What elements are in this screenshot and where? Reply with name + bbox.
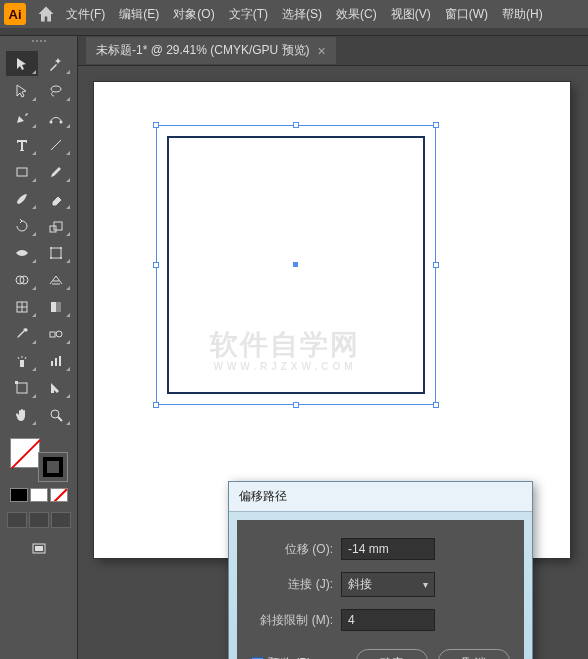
pen-tool[interactable] [6, 105, 38, 130]
offset-input[interactable] [341, 538, 435, 560]
chevron-down-icon: ▾ [423, 579, 428, 590]
draw-normal-icon[interactable] [7, 512, 27, 528]
line-tool[interactable] [40, 132, 72, 157]
selection-tool[interactable] [6, 51, 38, 76]
watermark-main: 软件自学网 [210, 329, 360, 360]
magic-wand-tool[interactable] [40, 51, 72, 76]
watermark-sub: WWW.RJZXW.COM [210, 361, 360, 372]
join-select-value: 斜接 [348, 576, 372, 593]
menu-object[interactable]: 对象(O) [173, 6, 214, 23]
fill-stroke-control[interactable] [10, 438, 68, 482]
watermark: 软件自学网 WWW.RJZXW.COM [210, 330, 360, 372]
close-icon[interactable]: × [318, 44, 326, 58]
handle-bottom-left[interactable] [153, 402, 159, 408]
center-point-icon [293, 262, 298, 267]
menu-help[interactable]: 帮助(H) [502, 6, 543, 23]
pencil-tool[interactable] [40, 159, 72, 184]
eraser-tool[interactable] [40, 186, 72, 211]
menu-view[interactable]: 视图(V) [391, 6, 431, 23]
preview-label: 预览 (P) [268, 655, 311, 659]
direct-selection-tool[interactable] [6, 78, 38, 103]
svg-rect-12 [51, 248, 61, 258]
svg-rect-4 [20, 360, 24, 367]
svg-rect-26 [35, 546, 43, 551]
home-icon[interactable] [36, 4, 56, 24]
offset-label: 位移 (O): [251, 541, 341, 558]
handle-bottom-right[interactable] [433, 402, 439, 408]
shape-builder-tool[interactable] [6, 267, 38, 292]
svg-rect-10 [50, 226, 56, 232]
curvature-tool[interactable] [40, 105, 72, 130]
svg-rect-21 [51, 361, 53, 366]
svg-point-14 [60, 247, 62, 249]
screen-mode-row [7, 512, 71, 528]
handle-top-left[interactable] [153, 122, 159, 128]
menu-edit[interactable]: 编辑(E) [119, 6, 159, 23]
cancel-button[interactable]: 取消 [438, 649, 510, 659]
gradient-fill-icon[interactable] [30, 488, 48, 502]
svg-point-24 [51, 410, 59, 418]
free-transform-tool[interactable] [40, 240, 72, 265]
main-menu: 文件(F) 编辑(E) 对象(O) 文字(T) 选择(S) 效果(C) 视图(V… [66, 6, 543, 23]
join-label: 连接 (J): [251, 576, 341, 593]
eyedropper-tool[interactable] [6, 321, 38, 346]
panel-grip[interactable] [9, 40, 69, 46]
draw-behind-icon[interactable] [29, 512, 49, 528]
svg-point-13 [50, 247, 52, 249]
svg-point-8 [49, 120, 52, 123]
paintbrush-tool[interactable] [6, 186, 38, 211]
svg-point-16 [60, 257, 62, 259]
color-fill-icon[interactable] [10, 488, 28, 502]
svg-rect-18 [51, 302, 56, 312]
type-tool[interactable] [6, 132, 38, 157]
handle-bottom-mid[interactable] [293, 402, 299, 408]
menu-window[interactable]: 窗口(W) [445, 6, 488, 23]
perspective-grid-tool[interactable] [40, 267, 72, 292]
menu-type[interactable]: 文字(T) [229, 6, 268, 23]
symbol-sprayer-tool[interactable] [6, 348, 38, 373]
stroke-swatch[interactable] [38, 452, 68, 482]
ok-button[interactable]: 确定 [356, 649, 428, 659]
fill-swatch[interactable] [10, 438, 40, 468]
join-select[interactable]: 斜接 ▾ [341, 572, 435, 597]
zoom-tool[interactable] [40, 402, 72, 427]
menu-file[interactable]: 文件(F) [66, 6, 105, 23]
canvas[interactable]: 软件自学网 WWW.RJZXW.COM 偏移路径 位移 (O): 连接 (J):… [78, 66, 588, 659]
gradient-tool[interactable] [40, 294, 72, 319]
document-tab-label: 未标题-1* @ 29.41% (CMYK/GPU 预览) [96, 42, 310, 59]
miter-limit-input[interactable] [341, 609, 435, 631]
draw-inside-icon[interactable] [51, 512, 71, 528]
lasso-tool[interactable] [40, 78, 72, 103]
blend-tool[interactable] [40, 321, 72, 346]
document-tab-bar: 未标题-1* @ 29.41% (CMYK/GPU 预览) × [78, 36, 588, 66]
rotate-tool[interactable] [6, 213, 38, 238]
scale-tool[interactable] [40, 213, 72, 238]
artboard-tool[interactable] [6, 375, 38, 400]
svg-point-20 [56, 331, 62, 337]
slice-tool[interactable] [40, 375, 72, 400]
menu-effect[interactable]: 效果(C) [336, 6, 377, 23]
dialog-title: 偏移路径 [229, 482, 532, 512]
hand-tool[interactable] [6, 402, 38, 427]
svg-point-15 [50, 257, 52, 259]
rectangle-tool[interactable] [6, 159, 38, 184]
none-fill-icon[interactable] [50, 488, 68, 502]
handle-top-right[interactable] [433, 122, 439, 128]
width-tool[interactable] [6, 240, 38, 265]
control-bar [0, 28, 588, 36]
handle-top-mid[interactable] [293, 122, 299, 128]
handle-mid-right[interactable] [433, 262, 439, 268]
miter-limit-label: 斜接限制 (M): [251, 612, 341, 629]
mesh-tool[interactable] [6, 294, 38, 319]
svg-point-9 [59, 120, 62, 123]
svg-rect-23 [59, 356, 61, 366]
app-icon[interactable]: Ai [4, 3, 26, 25]
document-tab[interactable]: 未标题-1* @ 29.41% (CMYK/GPU 预览) × [86, 37, 336, 64]
screen-mode-button[interactable] [23, 536, 55, 561]
handle-mid-left[interactable] [153, 262, 159, 268]
column-graph-tool[interactable] [40, 348, 72, 373]
color-mode-row [10, 488, 68, 502]
menu-select[interactable]: 选择(S) [282, 6, 322, 23]
title-bar: Ai 文件(F) 编辑(E) 对象(O) 文字(T) 选择(S) 效果(C) 视… [0, 0, 588, 28]
preview-checkbox[interactable]: ✓ 预览 (P) [251, 655, 311, 659]
